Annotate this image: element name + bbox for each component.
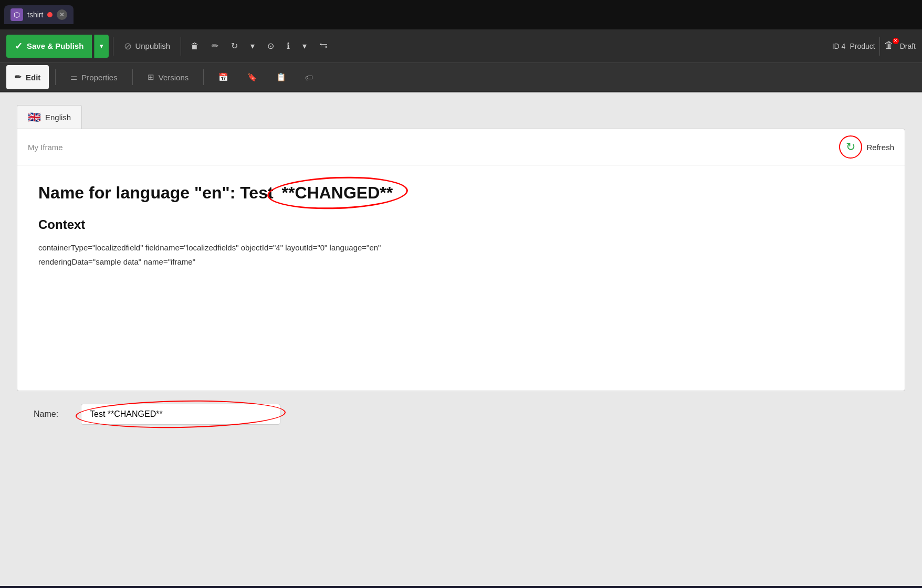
tag-button[interactable]: 🏷: [297, 65, 321, 89]
save-publish-dropdown-button[interactable]: ▾: [94, 35, 109, 58]
check-icon: ✓: [15, 40, 23, 52]
circle-slash-icon: ⊘: [124, 40, 132, 52]
sec-separator-1: [55, 69, 56, 85]
unpublish-label: Unpublish: [135, 41, 170, 50]
red-x-indicator: ✕: [893, 38, 899, 44]
context-line-1: containerType="localizedfield" fieldname…: [38, 240, 884, 255]
draft-label: Draft: [900, 42, 916, 50]
toolbar-meta: ID 4 Product: [832, 42, 875, 50]
language-tab-label: English: [45, 113, 71, 122]
name-field-row: Name:: [17, 391, 905, 437]
context-line-2: renderingData="sample data" name="iframe…: [38, 255, 884, 269]
content-area: 🇬🇧 English My Iframe ↻ Refresh Name for …: [0, 92, 922, 586]
changed-highlight: **CHANGED**: [274, 181, 402, 205]
edit-label: Edit: [26, 73, 40, 82]
edit-tab-button[interactable]: ✏ Edit: [6, 65, 49, 89]
refresh-icon: ↻: [231, 41, 238, 51]
secondary-toolbar: ✏ Edit ⚌ Properties ⊞ Versions 📅 🔖 📋 🏷: [0, 63, 922, 92]
bookmark-icon: 🔖: [247, 72, 257, 82]
delete-button[interactable]: 🗑: [185, 35, 204, 58]
calendar-button[interactable]: 📅: [210, 65, 237, 89]
refresh-circle: ↻: [839, 135, 862, 159]
info-dropdown-button[interactable]: ▾: [297, 35, 312, 58]
toolbar-separator-2: [181, 37, 181, 56]
arrow-down-icon: ▾: [250, 41, 255, 51]
clipboard-button[interactable]: 📋: [268, 65, 295, 89]
draft-trash-icon: 🗑: [884, 40, 894, 50]
chevron-down-icon: ▾: [100, 42, 103, 50]
save-publish-label: Save & Publish: [27, 41, 83, 50]
target-button[interactable]: ⊙: [262, 35, 279, 58]
target-icon: ⊙: [267, 41, 274, 51]
id-label: ID 4: [832, 42, 846, 50]
pencil-icon: ✏: [212, 41, 218, 51]
info-chevron-icon: ▾: [302, 41, 307, 51]
info-button[interactable]: ℹ: [281, 35, 295, 58]
properties-tab-button[interactable]: ⚌ Properties: [62, 65, 125, 89]
name-input[interactable]: [81, 404, 280, 425]
unpublish-button[interactable]: ⊘ Unpublish: [118, 35, 176, 58]
sec-separator-3: [203, 69, 204, 85]
main-toolbar: ✓ Save & Publish ▾ ⊘ Unpublish 🗑 ✏ ↻ ▾ ⊙…: [0, 29, 922, 63]
iframe-refresh-button[interactable]: ↻ Refresh: [839, 135, 894, 159]
toolbar-separator-1: [113, 37, 113, 56]
name-input-wrapper: [81, 404, 280, 425]
iframe-content: Name for language "en": Test **CHANGED**…: [17, 165, 905, 285]
info-icon: ℹ: [287, 41, 290, 51]
heading-prefix: Name for language "en": Test: [38, 183, 274, 203]
versions-icon: ⊞: [148, 72, 154, 82]
main-heading: Name for language "en": Test **CHANGED**: [38, 181, 884, 205]
tab-modified-indicator: [47, 12, 53, 17]
edit-pencil-button[interactable]: ✏: [206, 35, 224, 58]
edit-icon: ✏: [15, 72, 22, 82]
sec-separator-2: [132, 69, 133, 85]
tab-bar: ⬡ tshirt ✕: [0, 0, 922, 29]
uk-flag-icon: 🇬🇧: [28, 111, 41, 123]
toolbar-separator-3: [879, 37, 880, 56]
calendar-icon: 📅: [218, 72, 228, 82]
versions-tab-button[interactable]: ⊞ Versions: [139, 65, 197, 89]
content-box: My Iframe ↻ Refresh Name for language "e…: [17, 129, 905, 391]
bookmark-button[interactable]: 🔖: [239, 65, 266, 89]
language-tabs: 🇬🇧 English: [17, 105, 905, 129]
tab-close-button[interactable]: ✕: [57, 9, 67, 20]
refresh-button[interactable]: ↻: [226, 35, 243, 58]
tab-icon: ⬡: [11, 8, 23, 21]
trash-icon: 🗑: [191, 41, 199, 51]
share-icon: ⮀: [319, 41, 328, 51]
refresh-arrows-icon: ↻: [846, 140, 855, 154]
sliders-icon: ⚌: [70, 72, 77, 82]
context-heading: Context: [38, 217, 884, 232]
iframe-title: My Iframe: [28, 143, 63, 152]
versions-label: Versions: [159, 73, 189, 82]
english-language-tab[interactable]: 🇬🇧 English: [17, 105, 82, 129]
draft-badge: 🗑 ✕ Draft: [884, 40, 916, 52]
name-label: Name:: [34, 410, 70, 419]
changed-text: **CHANGED**: [282, 183, 393, 202]
clipboard-icon: 📋: [276, 72, 286, 82]
tag-icon: 🏷: [305, 73, 313, 82]
share-button[interactable]: ⮀: [314, 35, 333, 58]
product-label: Product: [850, 42, 875, 50]
properties-label: Properties: [81, 73, 117, 82]
content-box-header: My Iframe ↻ Refresh: [17, 129, 905, 165]
tab-title: tshirt: [27, 10, 43, 19]
context-text: containerType="localizedfield" fieldname…: [38, 240, 884, 269]
browser-tab[interactable]: ⬡ tshirt ✕: [4, 5, 74, 24]
save-publish-button[interactable]: ✓ Save & Publish: [6, 35, 92, 58]
dropdown-arrow-button[interactable]: ▾: [245, 35, 260, 58]
draft-icon-wrapper: 🗑 ✕: [884, 40, 897, 52]
refresh-label: Refresh: [866, 143, 894, 152]
